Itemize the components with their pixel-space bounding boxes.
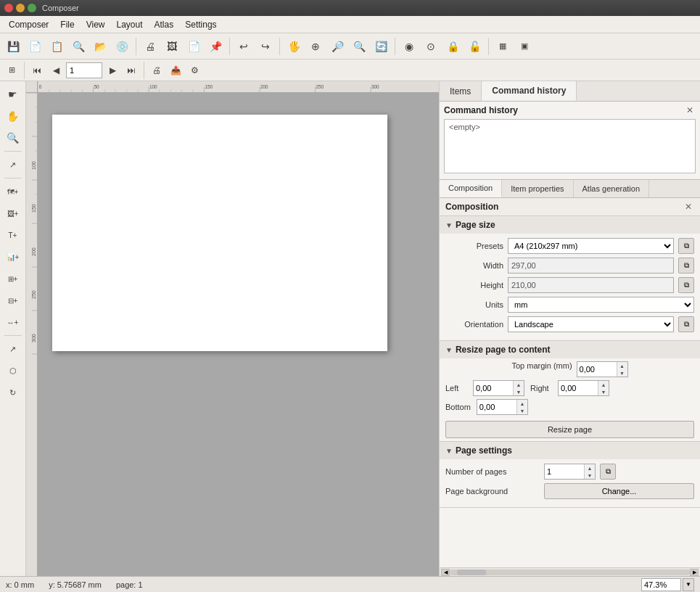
node-tool[interactable]: ↗ [3, 155, 23, 175]
maximize-button[interactable] [28, 4, 36, 12]
tab-items[interactable]: Items [440, 81, 482, 101]
resize-header[interactable]: ▼ Resize page to content [440, 341, 700, 358]
pan-tool[interactable]: ✋ [3, 106, 23, 126]
canvas-inner[interactable] [38, 93, 439, 576]
tab-composition[interactable]: Composition [440, 180, 502, 197]
export-img-btn[interactable]: 🖼 [162, 36, 182, 57]
page-number-input[interactable] [66, 62, 102, 78]
refresh-btn[interactable]: 🔄 [371, 36, 391, 57]
tab-command-history[interactable]: Command history [482, 81, 577, 101]
bottom-margin-down-btn[interactable]: ▼ [517, 407, 527, 414]
left-margin-input[interactable] [474, 381, 513, 395]
new-image-btn[interactable]: 🖼+ [3, 203, 23, 223]
ungroup-btn[interactable]: ▣ [514, 36, 535, 57]
atlas-next-btn[interactable]: ⊙ [421, 36, 441, 57]
top-margin-input[interactable] [577, 362, 617, 377]
hscroll-thumb[interactable] [457, 570, 486, 575]
right-margin-down-btn[interactable]: ▼ [598, 388, 609, 395]
orientation-select[interactable]: Portrait Landscape [508, 316, 674, 332]
atlas-prev-btn[interactable]: ◉ [399, 36, 419, 57]
minimize-button[interactable] [16, 4, 25, 12]
template-btn[interactable]: 🔍 [68, 36, 88, 57]
group-btn[interactable]: ▦ [493, 36, 513, 57]
menu-atlas[interactable]: Atlas [149, 17, 180, 32]
print-page-btn[interactable]: 🖨 [148, 62, 165, 79]
menu-layout[interactable]: Layout [111, 17, 149, 32]
zoom-in-btn[interactable]: 🔎 [327, 36, 347, 57]
export-svg-btn[interactable]: 📌 [205, 36, 226, 57]
bottom-margin-up-btn[interactable]: ▲ [517, 400, 527, 407]
page-background-change-btn[interactable]: Change... [544, 483, 694, 499]
right-panel-hscroll[interactable]: ◀ ▶ [440, 567, 700, 576]
width-input[interactable] [508, 258, 674, 274]
right-margin-up-btn[interactable]: ▲ [598, 381, 609, 388]
width-copy-btn[interactable]: ⧉ [678, 258, 694, 274]
bottom-margin-input[interactable] [477, 400, 516, 414]
select-tool[interactable]: ☛ [3, 84, 23, 104]
menu-view[interactable]: View [81, 17, 111, 32]
num-pages-up-btn[interactable]: ▲ [585, 464, 595, 472]
zoom-full-btn[interactable]: ⊕ [305, 36, 326, 57]
zoom-dropdown-btn[interactable]: ▼ [683, 578, 694, 591]
composition-panel-scroll[interactable]: Composition ✕ ▼ Page size Presets A4 (21… [440, 198, 700, 567]
height-copy-btn[interactable]: ⧉ [678, 277, 694, 293]
hscroll-left-btn[interactable]: ◀ [441, 569, 450, 576]
resize-page-btn[interactable]: Resize page [445, 421, 694, 438]
new-table-btn[interactable]: ⊞+ [3, 268, 23, 289]
new-legend-btn[interactable]: ⊟+ [3, 290, 23, 311]
height-input[interactable] [508, 277, 674, 293]
close-button[interactable] [4, 4, 13, 12]
zoom-tool[interactable]: 🔍 [3, 128, 23, 148]
top-margin-down-btn[interactable]: ▼ [617, 369, 627, 377]
first-page-btn[interactable]: ⏮ [28, 62, 46, 79]
zoom-input[interactable] [641, 578, 681, 591]
duplicate-btn[interactable]: 📋 [46, 36, 67, 57]
next-page-btn[interactable]: ▶ [104, 62, 121, 79]
orientation-copy-btn[interactable]: ⧉ [678, 316, 694, 332]
right-margin-input[interactable] [559, 381, 598, 395]
num-pages-copy-btn[interactable]: ⧉ [600, 464, 616, 480]
undo-btn[interactable]: ↩ [234, 36, 254, 57]
pan-btn[interactable]: 🖐 [284, 36, 304, 57]
left-margin-up-btn[interactable]: ▲ [514, 381, 524, 388]
save-btn[interactable]: 💾 [3, 36, 23, 57]
new-text-btn[interactable]: T+ [3, 225, 23, 245]
new-scalebar-btn[interactable]: ↔+ [3, 312, 23, 332]
presets-select[interactable]: A4 (210x297 mm) A3 A2 Letter Custom [508, 238, 674, 254]
tab-atlas-generation[interactable]: Atlas generation [574, 180, 650, 197]
num-pages-down-btn[interactable]: ▼ [585, 472, 595, 479]
lock-btn[interactable]: 🔒 [442, 36, 463, 57]
draw-arrow-btn[interactable]: ↗ [3, 339, 23, 359]
last-page-btn[interactable]: ⏭ [123, 62, 140, 79]
saveas-btn[interactable]: 💿 [112, 36, 132, 57]
unlock-btn[interactable]: 🔓 [464, 36, 485, 57]
export-page-btn[interactable]: 📤 [167, 62, 184, 79]
hscroll-right-btn[interactable]: ▶ [690, 569, 699, 576]
menu-file[interactable]: File [54, 17, 80, 32]
presets-copy-btn[interactable]: ⧉ [678, 238, 694, 254]
num-pages-input[interactable] [545, 464, 584, 479]
print-btn[interactable]: 🖨 [140, 36, 160, 57]
export-pdf-btn[interactable]: 📄 [184, 36, 204, 57]
hscroll-track[interactable] [450, 570, 690, 575]
draw-poly-btn[interactable]: ⬡ [3, 361, 23, 381]
redo-btn[interactable]: ↪ [255, 36, 276, 57]
snap-btn[interactable]: ⊞ [3, 62, 20, 79]
zoom-out-btn[interactable]: 🔍 [349, 36, 369, 57]
page-size-header[interactable]: ▼ Page size [440, 216, 700, 234]
tab-item-properties[interactable]: Item properties [502, 180, 573, 197]
new-chart-btn[interactable]: 📊+ [3, 247, 23, 267]
menu-settings[interactable]: Settings [179, 17, 222, 32]
units-select[interactable]: mm cm in [508, 297, 694, 313]
prev-page-btn[interactable]: ◀ [47, 62, 65, 79]
top-margin-up-btn[interactable]: ▲ [617, 362, 627, 369]
menu-composer[interactable]: Composer [3, 17, 54, 32]
left-margin-down-btn[interactable]: ▼ [514, 388, 524, 395]
command-history-close-btn[interactable]: ✕ [684, 104, 696, 116]
rotate-btn[interactable]: ↻ [3, 382, 23, 403]
atlas-settings-btn[interactable]: ⚙ [186, 62, 203, 79]
page-settings-header[interactable]: ▼ Page settings [440, 442, 700, 459]
composition-close-btn[interactable]: ✕ [683, 201, 694, 213]
new-map-btn[interactable]: 🗺+ [3, 181, 23, 202]
open-btn[interactable]: 📂 [90, 36, 110, 57]
